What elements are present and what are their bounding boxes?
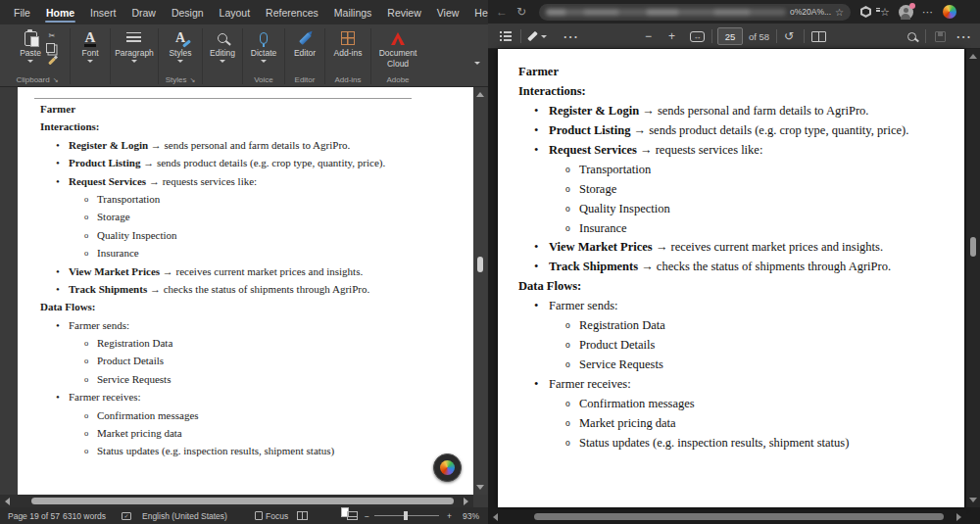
save-button[interactable] bbox=[935, 24, 946, 49]
scroll-left-arrow[interactable] bbox=[5, 498, 10, 505]
collapse-ribbon-button[interactable] bbox=[474, 65, 480, 82]
font-button[interactable]: A Font bbox=[78, 28, 101, 64]
menu-tab[interactable]: References bbox=[258, 0, 326, 24]
document-line: Quality Inspection bbox=[18, 226, 473, 244]
zoom-out-button[interactable]: − bbox=[645, 24, 652, 49]
chevron-down-icon bbox=[474, 62, 480, 81]
zoom-slider-thumb[interactable] bbox=[404, 511, 408, 520]
document-line: Service Requests bbox=[498, 356, 964, 375]
document-line: Transportation bbox=[18, 190, 473, 208]
scroll-down-arrow[interactable] bbox=[969, 498, 977, 502]
magnifier-icon bbox=[218, 33, 227, 43]
pdf-search-button[interactable] bbox=[907, 24, 916, 49]
word-horizontal-scrollbar[interactable] bbox=[0, 495, 473, 507]
zoom-in-button[interactable]: + bbox=[447, 507, 452, 524]
document-line: Farmer sends: bbox=[18, 316, 473, 334]
scrollbar-thumb[interactable] bbox=[534, 513, 944, 520]
document-line: Status updates (e.g. inspection results,… bbox=[498, 434, 964, 453]
read-mode-button[interactable] bbox=[297, 507, 308, 524]
pdf-more-button[interactable]: ⋯ bbox=[956, 24, 971, 49]
scrollbar-thumb[interactable] bbox=[970, 237, 976, 257]
proofing-status[interactable]: ✓ bbox=[122, 507, 131, 524]
menu-tab[interactable]: Draw bbox=[123, 0, 164, 24]
zoom-percent[interactable]: 93% bbox=[463, 507, 479, 524]
menu-tab[interactable]: Home bbox=[38, 0, 82, 24]
copilot-button[interactable] bbox=[433, 453, 462, 482]
zoom-slider[interactable] bbox=[374, 507, 439, 524]
fit-to-width-button[interactable]: ↔ bbox=[690, 24, 705, 49]
menu-tab[interactable]: Mailings bbox=[326, 0, 380, 24]
web-layout-button[interactable] bbox=[347, 507, 358, 524]
profile-avatar[interactable] bbox=[899, 5, 913, 20]
paragraph-icon bbox=[126, 32, 141, 45]
document-line: Data Flows: bbox=[498, 277, 964, 297]
extensions-icon[interactable] bbox=[860, 6, 871, 18]
address-bar[interactable]: o%20A%... ☆ bbox=[539, 4, 851, 21]
scroll-left-arrow[interactable] bbox=[493, 513, 498, 521]
styles-button[interactable]: A Styles bbox=[166, 28, 194, 64]
language-status[interactable]: English (United States) bbox=[142, 507, 227, 524]
zoom-out-button[interactable]: − bbox=[365, 507, 369, 524]
word-statusbar: Page 19 of 57 6310 words ✓ English (Unit… bbox=[0, 507, 488, 524]
dictate-button[interactable]: Dictate bbox=[248, 28, 279, 64]
word-count-status[interactable]: 6310 words bbox=[63, 507, 106, 524]
rotate-button[interactable]: ↺ bbox=[784, 24, 794, 49]
pdf-horizontal-scrollbar[interactable] bbox=[488, 509, 966, 524]
scroll-down-arrow[interactable] bbox=[476, 485, 484, 490]
scrollbar-thumb[interactable] bbox=[477, 257, 483, 272]
clipboard-dialog-launcher[interactable]: ↘ bbox=[53, 76, 59, 84]
page-view-button[interactable] bbox=[811, 24, 826, 49]
favorites-icon[interactable]: ☆ bbox=[880, 7, 890, 18]
scroll-right-arrow[interactable] bbox=[464, 498, 468, 505]
page-number-input[interactable]: 25 bbox=[717, 24, 743, 49]
menu-tab[interactable]: Design bbox=[164, 0, 212, 24]
document-line: Market pricing data bbox=[18, 424, 473, 442]
toc-button[interactable] bbox=[500, 24, 512, 49]
scroll-up-arrow[interactable] bbox=[476, 92, 484, 97]
paragraph-button[interactable]: Paragraph bbox=[112, 28, 157, 64]
word-page[interactable]: Farmer Interactions: Register & Login → … bbox=[18, 87, 473, 495]
refresh-button[interactable]: ↻ bbox=[512, 5, 531, 19]
word-vertical-scrollbar[interactable] bbox=[473, 87, 487, 495]
desktop: File Home Insert Draw Design Layout Refe… bbox=[0, 0, 980, 524]
addins-button[interactable]: Add-ins bbox=[331, 28, 366, 59]
document-line: Quality Inspection bbox=[498, 200, 964, 219]
pdf-vertical-scrollbar[interactable] bbox=[966, 49, 980, 507]
notification-dot bbox=[909, 3, 915, 9]
back-button[interactable]: ← bbox=[492, 5, 512, 19]
chevron-down-icon bbox=[541, 35, 547, 38]
focus-mode-button[interactable]: Focus bbox=[255, 507, 288, 524]
adobe-acrobat-icon bbox=[390, 32, 406, 45]
cut-button[interactable]: ✂ bbox=[46, 30, 58, 41]
document-line: Register & Login → sends personal and fa… bbox=[18, 136, 473, 154]
copilot-icon[interactable] bbox=[943, 5, 956, 19]
format-painter-button[interactable] bbox=[48, 58, 56, 66]
browser-action-icons: ☆ ⋯ bbox=[860, 5, 956, 20]
zoom-in-button[interactable]: + bbox=[668, 24, 675, 49]
document-line: Request Services → requests services lik… bbox=[498, 141, 964, 161]
menu-tab[interactable]: Insert bbox=[82, 0, 123, 24]
scroll-up-arrow[interactable] bbox=[969, 54, 977, 59]
document-cloud-button[interactable]: Document Cloud bbox=[376, 28, 420, 70]
editor-button[interactable]: Editor bbox=[291, 28, 318, 59]
menu-tab[interactable]: File bbox=[6, 0, 38, 24]
highlight-button[interactable] bbox=[527, 24, 547, 49]
styles-dialog-launcher[interactable]: ↘ bbox=[189, 76, 195, 84]
menu-tab[interactable]: Layout bbox=[212, 0, 259, 24]
scroll-right-arrow[interactable] bbox=[956, 513, 961, 521]
document-line: Status updates (e.g. inspection results,… bbox=[18, 442, 473, 459]
scrollbar-thumb[interactable] bbox=[31, 498, 454, 504]
menu-tab[interactable]: Review bbox=[379, 0, 428, 24]
font-group: A Font bbox=[71, 25, 110, 86]
favorite-star-icon[interactable]: ☆ bbox=[835, 7, 844, 18]
browser-menu-button[interactable]: ⋯ bbox=[922, 6, 934, 19]
annotate-more-button[interactable]: ⋯ bbox=[563, 24, 578, 49]
paste-label: Paste bbox=[20, 49, 41, 58]
document-line: Storage bbox=[18, 208, 473, 225]
paste-button[interactable]: Paste bbox=[17, 28, 44, 64]
page-count-status[interactable]: Page 19 of 57 bbox=[8, 507, 60, 524]
copy-button[interactable] bbox=[46, 43, 58, 54]
editing-button[interactable]: Editing bbox=[207, 28, 238, 64]
pdf-page[interactable]: Farmer Interactions: Register & Login → … bbox=[498, 49, 964, 507]
menu-tab[interactable]: View bbox=[429, 0, 467, 24]
